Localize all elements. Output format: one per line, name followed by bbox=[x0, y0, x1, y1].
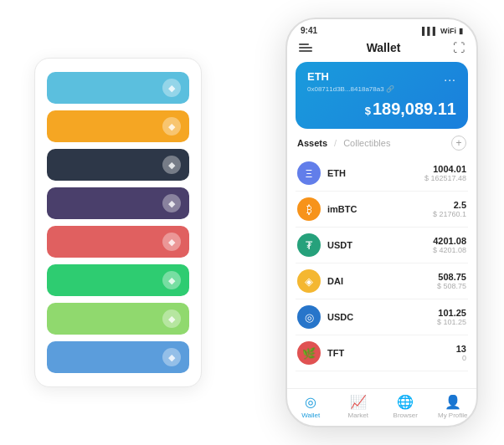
eth-label: ETH bbox=[307, 70, 329, 83]
card-item[interactable]: ◆ bbox=[47, 226, 189, 258]
asset-amount: 508.75 bbox=[437, 272, 466, 282]
asset-icon: ◎ bbox=[297, 305, 321, 329]
asset-usd: $ 101.25 bbox=[437, 318, 466, 326]
assets-tab[interactable]: Assets bbox=[297, 138, 327, 148]
nav-label-wallet: Wallet bbox=[301, 412, 320, 419]
asset-amounts: 508.75$ 508.75 bbox=[437, 272, 466, 290]
asset-icon: ◈ bbox=[297, 269, 321, 293]
asset-row[interactable]: ◎USDC101.25$ 101.25 bbox=[296, 299, 468, 335]
card-item-icon: ◆ bbox=[162, 309, 181, 328]
asset-amount: 101.25 bbox=[437, 308, 466, 318]
nav-icon-wallet: ◎ bbox=[305, 394, 316, 410]
hamburger-line-2 bbox=[299, 47, 312, 49]
asset-amounts: 2.5$ 21760.1 bbox=[433, 200, 466, 218]
nav-icon-market: 📈 bbox=[350, 394, 367, 410]
card-stack: ◆◆◆◆◆◆◆◆ bbox=[34, 58, 202, 387]
asset-row[interactable]: ₮USDT4201.08$ 4201.08 bbox=[296, 228, 468, 263]
nav-label-my-profile: My Profile bbox=[438, 412, 468, 419]
asset-list: ΞETH1004.01$ 162517.48₿imBTC2.5$ 21760.1… bbox=[287, 156, 476, 388]
asset-name: ETH bbox=[327, 168, 424, 178]
card-item-icon: ◆ bbox=[162, 271, 181, 289]
wifi-icon: WiFi bbox=[440, 27, 456, 35]
eth-card-header: ETH ... bbox=[307, 70, 456, 84]
asset-usd: $ 162517.48 bbox=[424, 174, 466, 182]
eth-address: 0x08711d3B...8418a78a3 🔗 bbox=[307, 85, 456, 93]
card-item[interactable]: ◆ bbox=[47, 110, 189, 142]
tab-divider: / bbox=[334, 138, 337, 148]
asset-usd: $ 4201.08 bbox=[433, 246, 466, 254]
assets-tabs: Assets / Collectibles bbox=[297, 138, 390, 148]
card-item[interactable]: ◆ bbox=[47, 149, 189, 181]
card-item-icon: ◆ bbox=[162, 117, 181, 136]
page-title: Wallet bbox=[367, 41, 401, 54]
asset-name: imBTC bbox=[327, 204, 433, 214]
card-item-icon: ◆ bbox=[162, 194, 181, 212]
hamburger-line-3 bbox=[299, 50, 312, 52]
scene: ◆◆◆◆◆◆◆◆ 9:41 ▌▌▌ WiFi ▮ Wallet ⛶ ETH bbox=[9, 9, 495, 436]
card-item-icon: ◆ bbox=[162, 156, 181, 174]
asset-icon: ₮ bbox=[297, 233, 321, 257]
menu-button[interactable] bbox=[299, 40, 314, 55]
nav-item-wallet[interactable]: ◎Wallet bbox=[287, 394, 335, 419]
asset-amount: 13 bbox=[456, 344, 466, 354]
phone-mockup: 9:41 ▌▌▌ WiFi ▮ Wallet ⛶ ETH ... 0x08711… bbox=[285, 18, 478, 427]
balance-symbol: $ bbox=[365, 105, 371, 117]
asset-amount: 4201.08 bbox=[433, 236, 466, 246]
card-item[interactable]: ◆ bbox=[47, 341, 189, 373]
asset-amounts: 1004.01$ 162517.48 bbox=[424, 164, 466, 182]
asset-amounts: 4201.08$ 4201.08 bbox=[433, 236, 466, 254]
nav-label-browser: Browser bbox=[393, 412, 418, 419]
signal-icon: ▌▌▌ bbox=[422, 27, 438, 35]
asset-usd: $ 21760.1 bbox=[433, 210, 466, 218]
eth-card[interactable]: ETH ... 0x08711d3B...8418a78a3 🔗 $189,08… bbox=[296, 62, 468, 129]
asset-name: USDT bbox=[327, 240, 433, 250]
asset-amounts: 130 bbox=[456, 344, 466, 362]
asset-name: TFT bbox=[327, 348, 456, 358]
hamburger-line-1 bbox=[299, 43, 309, 45]
card-item[interactable]: ◆ bbox=[47, 187, 189, 219]
card-item-icon: ◆ bbox=[162, 79, 181, 97]
asset-amount: 1004.01 bbox=[424, 164, 466, 174]
balance-amount: 189,089.11 bbox=[373, 100, 456, 118]
asset-icon: ₿ bbox=[297, 197, 321, 221]
nav-icon-my profile: 👤 bbox=[445, 394, 461, 410]
nav-item-browser[interactable]: 🌐Browser bbox=[382, 394, 429, 419]
nav-label-market: Market bbox=[348, 412, 368, 419]
eth-balance: $189,089.11 bbox=[307, 100, 456, 119]
asset-usd: $ 508.75 bbox=[437, 282, 466, 290]
asset-icon: Ξ bbox=[297, 161, 321, 185]
asset-icon: 🌿 bbox=[297, 341, 321, 365]
card-item[interactable]: ◆ bbox=[47, 264, 189, 296]
asset-name: DAI bbox=[327, 276, 437, 286]
nav-icon-browser: 🌐 bbox=[397, 394, 414, 410]
status-time: 9:41 bbox=[301, 26, 317, 35]
asset-row[interactable]: ₿imBTC2.5$ 21760.1 bbox=[296, 192, 468, 228]
phone-header: Wallet ⛶ bbox=[287, 35, 476, 62]
status-icons: ▌▌▌ WiFi ▮ bbox=[422, 27, 463, 35]
nav-item-my-profile[interactable]: 👤My Profile bbox=[429, 394, 477, 419]
assets-header: Assets / Collectibles + bbox=[287, 136, 476, 156]
asset-name: USDC bbox=[327, 312, 437, 322]
asset-amount: 2.5 bbox=[433, 200, 466, 210]
card-item[interactable]: ◆ bbox=[47, 72, 189, 104]
expand-icon[interactable]: ⛶ bbox=[453, 41, 465, 54]
asset-row[interactable]: ΞETH1004.01$ 162517.48 bbox=[296, 156, 468, 192]
battery-icon: ▮ bbox=[459, 27, 463, 35]
card-item-icon: ◆ bbox=[162, 233, 181, 251]
bottom-nav: ◎Wallet📈Market🌐Browser👤My Profile bbox=[287, 388, 476, 426]
asset-amounts: 101.25$ 101.25 bbox=[437, 308, 466, 326]
asset-row[interactable]: ◈DAI508.75$ 508.75 bbox=[296, 263, 468, 299]
card-item-icon: ◆ bbox=[162, 348, 181, 366]
add-asset-button[interactable]: + bbox=[451, 136, 466, 151]
status-bar: 9:41 ▌▌▌ WiFi ▮ bbox=[287, 19, 476, 35]
nav-item-market[interactable]: 📈Market bbox=[335, 394, 383, 419]
collectibles-tab[interactable]: Collectibles bbox=[343, 138, 390, 148]
eth-menu-dots[interactable]: ... bbox=[444, 70, 456, 84]
asset-row[interactable]: 🌿TFT130 bbox=[296, 335, 468, 371]
asset-usd: 0 bbox=[456, 354, 466, 362]
card-item[interactable]: ◆ bbox=[47, 303, 189, 335]
